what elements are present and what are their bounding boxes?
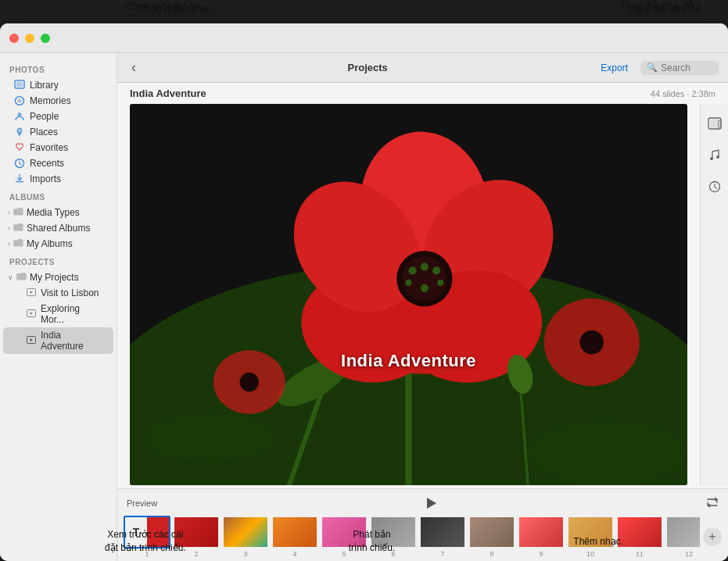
- filmstrip-container: Preview: [117, 488, 728, 561]
- film-slide-5[interactable]: 5: [321, 516, 368, 558]
- traffic-lights: [9, 34, 50, 43]
- svg-marker-7: [30, 291, 34, 294]
- places-icon: [14, 127, 25, 138]
- film-number-11: 11: [636, 550, 644, 558]
- film-slide-4[interactable]: 4: [271, 516, 318, 558]
- film-number-8: 8: [490, 550, 493, 558]
- filmstrip-toolbar: Preview: [124, 494, 722, 516]
- film-number-5: 5: [342, 550, 346, 558]
- my-albums-label: My Albums: [27, 238, 73, 249]
- sidebar-subitem-exploring[interactable]: Exploring Mor...: [3, 301, 113, 327]
- film-number-9: 9: [539, 550, 543, 558]
- film-slide-1[interactable]: T 1: [124, 516, 170, 558]
- search-box[interactable]: 🔍: [640, 61, 719, 75]
- exploring-label: Exploring Mor...: [41, 303, 106, 325]
- film-slide-7[interactable]: 7: [419, 516, 466, 558]
- theme-button[interactable]: [704, 113, 726, 135]
- film-slide-11[interactable]: 11: [616, 516, 663, 558]
- film-number-6: 6: [391, 550, 395, 558]
- music-button[interactable]: [704, 145, 726, 166]
- india-adventure-sidebar-label: India Adventure: [41, 330, 106, 352]
- svg-point-45: [716, 155, 719, 159]
- svg-point-3: [18, 99, 22, 103]
- svg-point-30: [437, 280, 443, 286]
- toolbar: ‹ Projects Export 🔍: [117, 53, 728, 83]
- places-label: Places: [30, 127, 58, 138]
- svg-rect-42: [710, 120, 719, 127]
- memories-label: Memories: [30, 95, 71, 106]
- sidebar-item-favorites[interactable]: Favorites: [3, 140, 113, 155]
- maximize-button[interactable]: [41, 34, 50, 43]
- svg-point-34: [579, 331, 604, 355]
- main-window: Photos Library Memories People: [0, 23, 728, 561]
- svg-point-27: [409, 266, 417, 274]
- callout-change-theme: Thay đổi chủ đề.: [620, 0, 697, 12]
- sidebar-group-media-types[interactable]: › Media Types: [0, 205, 117, 220]
- chevron-right-icon: ›: [8, 209, 10, 216]
- shared-albums-label: Shared Albums: [27, 223, 90, 234]
- right-panel: [700, 104, 728, 485]
- projects-section-label: Projects: [0, 252, 117, 270]
- film-slide-2[interactable]: 2: [173, 516, 220, 558]
- imports-icon: [14, 173, 25, 184]
- minimize-button[interactable]: [25, 34, 34, 43]
- my-projects-label: My Projects: [30, 272, 79, 283]
- media-types-label: Media Types: [27, 207, 80, 218]
- sidebar-item-places[interactable]: Places: [3, 124, 113, 140]
- svg-point-31: [405, 280, 411, 286]
- film-slide-12[interactable]: 12: [665, 516, 700, 558]
- filmstrip-row: T 1 2: [124, 516, 722, 558]
- close-button[interactable]: [9, 34, 19, 43]
- visit-lisbon-label: Visit to Lisbon: [41, 288, 99, 298]
- slideshow-background: India Adventure: [130, 104, 687, 485]
- project-meta: 44 slides · 2:38m: [651, 89, 715, 98]
- sidebar-subitem-visit-lisbon[interactable]: Visit to Lisbon: [3, 285, 113, 301]
- export-button[interactable]: Export: [594, 60, 634, 76]
- play-button[interactable]: [422, 494, 441, 513]
- slideshow-row: India Adventure: [117, 104, 728, 485]
- slideshow-icon-1: [27, 288, 36, 298]
- favorites-label: Favorites: [30, 142, 68, 153]
- memories-icon: [14, 95, 25, 106]
- film-slide-6[interactable]: 6: [370, 516, 417, 558]
- project-title: India Adventure: [130, 88, 206, 99]
- film-slide-10[interactable]: 10: [567, 516, 614, 558]
- sidebar-group-my-projects[interactable]: ∨ My Projects: [0, 270, 117, 285]
- callout-top-left: Chọn một dự án.: [137, 3, 213, 15]
- svg-rect-1: [16, 82, 23, 87]
- svg-point-28: [421, 263, 429, 270]
- slideshow-preview[interactable]: India Adventure: [130, 104, 687, 485]
- film-slide-9[interactable]: 9: [518, 516, 565, 558]
- preview-label[interactable]: Preview: [127, 498, 157, 508]
- search-input[interactable]: [661, 63, 715, 73]
- sidebar-item-recents[interactable]: Recents: [3, 155, 113, 171]
- chevron-down-icon: ∨: [8, 273, 13, 281]
- film-slide-3[interactable]: 3: [222, 516, 269, 558]
- photos-section-label: Photos: [0, 59, 117, 77]
- slide-title: India Adventure: [341, 351, 476, 371]
- callout-top-right: Thay đổi chủ đề.: [628, 3, 705, 15]
- people-icon: [14, 111, 25, 122]
- sidebar-item-library[interactable]: Library: [3, 77, 113, 93]
- sidebar-group-shared-albums[interactable]: › Shared Albums: [0, 220, 117, 236]
- film-number-4: 4: [292, 550, 296, 558]
- library-icon: [14, 80, 25, 91]
- film-number-12: 12: [685, 550, 693, 558]
- svg-marker-47: [427, 498, 436, 509]
- sidebar-group-my-albums[interactable]: › My Albums: [0, 236, 117, 252]
- chevron-right-icon-2: ›: [8, 224, 10, 232]
- folder-icon: [13, 207, 23, 218]
- slideshow-icon-2: [27, 309, 36, 320]
- imports-label: Imports: [30, 173, 61, 184]
- duration-button[interactable]: [704, 176, 726, 198]
- film-number-7: 7: [440, 550, 444, 558]
- sidebar-subitem-india-adventure[interactable]: India Adventure: [3, 327, 113, 354]
- albums-section-label: Albums: [0, 187, 117, 205]
- repeat-button[interactable]: [706, 497, 719, 510]
- add-slide-button[interactable]: +: [703, 527, 722, 546]
- back-button[interactable]: ‹: [127, 58, 141, 77]
- sidebar-item-people[interactable]: People: [3, 109, 113, 124]
- sidebar-item-memories[interactable]: Memories: [3, 93, 113, 109]
- sidebar-item-imports[interactable]: Imports: [3, 171, 113, 187]
- film-slide-8[interactable]: 8: [468, 516, 515, 558]
